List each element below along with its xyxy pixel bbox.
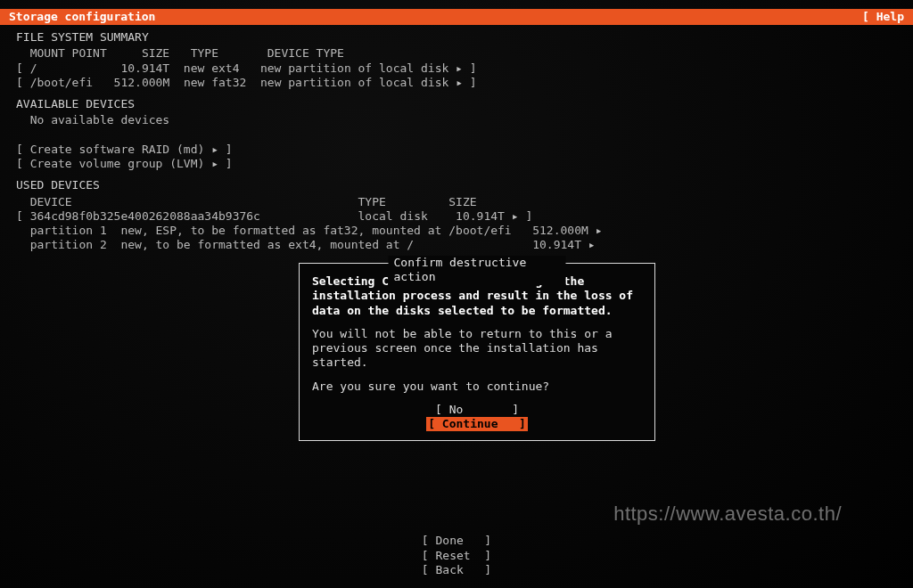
used-heading: USED DEVICES (16, 178, 897, 192)
chevron-right-icon (448, 61, 463, 75)
watermark-text: https://www.avesta.co.th/ (613, 502, 842, 527)
confirm-destructive-dialog: Confirm destructive action Selecting Con… (299, 263, 655, 441)
disk-row[interactable]: 364cd98f0b325e400262088aa34b9376c local … (30, 209, 519, 223)
fs-row[interactable]: / 10.914T new ext4 new partition of loca… (30, 61, 463, 75)
chevron-right-icon (448, 76, 463, 89)
chevron-right-icon (204, 143, 218, 156)
create-raid-button[interactable]: Create software RAID (md) (30, 143, 218, 156)
used-devices-table: DEVICE TYPE SIZE [ 364cd98f0b325e4002620… (16, 195, 897, 253)
done-button[interactable]: Done (436, 534, 464, 547)
help-button[interactable]: [ Help (862, 10, 904, 24)
partition-row[interactable]: partition 2 new, to be formatted as ext4… (30, 238, 596, 251)
partition-row[interactable]: partition 1 new, ESP, to be formatted as… (30, 224, 603, 237)
available-block: No available devices [ Create software R… (16, 113, 897, 171)
chevron-right-icon (581, 238, 596, 251)
no-devices-text: No available devices (30, 113, 170, 127)
dialog-no-button[interactable]: [ No ] (312, 403, 642, 417)
dialog-continue-button[interactable]: [ Continue ] (312, 417, 642, 431)
installer-screen: Storage configuration [ Help FILE SYSTEM… (0, 0, 913, 588)
chevron-right-icon (505, 209, 519, 223)
fs-summary-table: MOUNT POINT SIZE TYPE DEVICE TYPE [ / 10… (16, 46, 897, 90)
chevron-right-icon (588, 224, 603, 237)
footer-buttons: [ Done ] [ Reset ] [ Back ] (422, 534, 491, 577)
dialog-warning-2: You will not be able to return to this o… (312, 327, 642, 371)
title-text: Storage configuration (9, 10, 155, 24)
fs-row[interactable]: /boot/efi 512.000M new fat32 new partiti… (30, 76, 463, 89)
create-lvm-button[interactable]: Create volume group (LVM) (30, 157, 218, 170)
reset-button[interactable]: Reset (436, 549, 471, 562)
fs-summary-heading: FILE SYSTEM SUMMARY (16, 30, 897, 45)
title-bar: Storage configuration [ Help (0, 9, 913, 25)
available-heading: AVAILABLE DEVICES (16, 97, 897, 111)
dialog-question: Are you sure you want to continue? (312, 380, 642, 394)
dialog-title: Confirm destructive action (389, 256, 566, 285)
back-button[interactable]: Back (436, 563, 464, 576)
chevron-right-icon (204, 157, 218, 170)
